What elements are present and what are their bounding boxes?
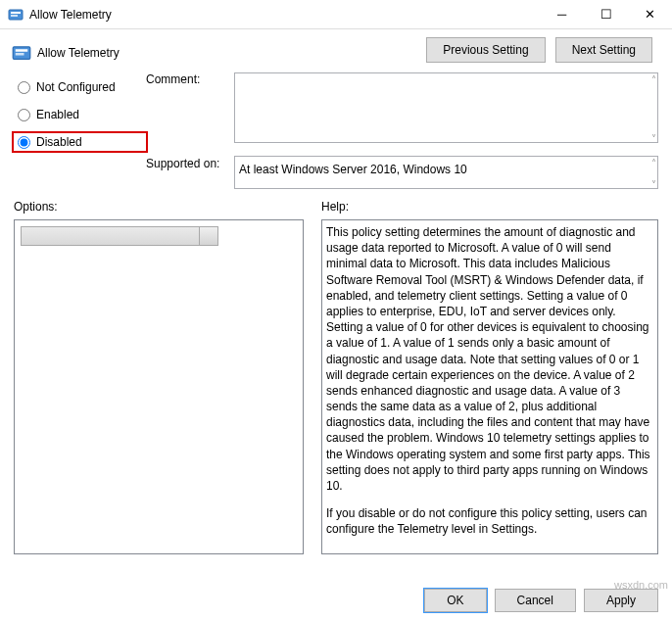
maximize-button[interactable]: ☐ bbox=[584, 0, 628, 28]
scroll-down-icon: ˅ bbox=[651, 133, 656, 144]
footer: OK Cancel Apply bbox=[424, 589, 658, 612]
watermark: wsxdn.com bbox=[614, 579, 668, 591]
radio-enabled-label: Enabled bbox=[36, 108, 79, 121]
scroll-up-icon: ˄ bbox=[651, 74, 656, 85]
next-setting-button[interactable]: Next Setting bbox=[555, 37, 652, 63]
supported-label: Supported on: bbox=[146, 157, 234, 184]
radio-disabled[interactable]: Disabled bbox=[14, 133, 146, 151]
comment-label: Comment: bbox=[146, 72, 234, 100]
titlebar: Allow Telemetry ─ ☐ ✕ bbox=[0, 0, 672, 29]
svg-rect-2 bbox=[11, 15, 18, 17]
radio-not-configured-input[interactable] bbox=[18, 81, 30, 94]
ok-button[interactable]: OK bbox=[424, 589, 486, 612]
comment-field[interactable] bbox=[234, 72, 658, 143]
header: Allow Telemetry Previous Setting Next Se… bbox=[0, 29, 672, 63]
supported-field bbox=[234, 156, 658, 189]
svg-rect-4 bbox=[16, 49, 28, 52]
options-dropdown: ▾ bbox=[21, 226, 218, 246]
radio-enabled[interactable]: Enabled bbox=[14, 106, 146, 123]
chevron-down-icon: ▾ bbox=[209, 230, 214, 241]
help-panel[interactable]: This policy setting determines the amoun… bbox=[321, 219, 658, 554]
policy-header-icon bbox=[12, 43, 31, 63]
radio-not-configured-label: Not Configured bbox=[36, 80, 116, 94]
policy-icon bbox=[8, 7, 24, 23]
options-panel: ▾ bbox=[14, 219, 304, 554]
cancel-button[interactable]: Cancel bbox=[495, 589, 576, 612]
scroll-down-icon: ˅ bbox=[651, 179, 656, 190]
page-title: Allow Telemetry bbox=[37, 46, 120, 60]
help-paragraph: This policy setting determines the amoun… bbox=[326, 224, 653, 494]
radio-disabled-input[interactable] bbox=[18, 136, 30, 149]
svg-rect-1 bbox=[11, 12, 21, 14]
radio-not-configured[interactable]: Not Configured bbox=[14, 78, 146, 96]
previous-setting-button[interactable]: Previous Setting bbox=[426, 37, 545, 63]
help-paragraph: If you disable or do not configure this … bbox=[326, 505, 653, 537]
radio-enabled-input[interactable] bbox=[18, 109, 30, 121]
close-button[interactable]: ✕ bbox=[628, 0, 672, 28]
apply-button[interactable]: Apply bbox=[584, 589, 658, 612]
svg-rect-5 bbox=[16, 53, 24, 56]
radio-disabled-label: Disabled bbox=[36, 135, 82, 149]
window-title: Allow Telemetry bbox=[29, 8, 540, 22]
help-label: Help: bbox=[321, 200, 658, 214]
options-label: Options: bbox=[14, 200, 304, 214]
scroll-up-icon: ˄ bbox=[651, 158, 656, 168]
minimize-button[interactable]: ─ bbox=[540, 0, 584, 28]
